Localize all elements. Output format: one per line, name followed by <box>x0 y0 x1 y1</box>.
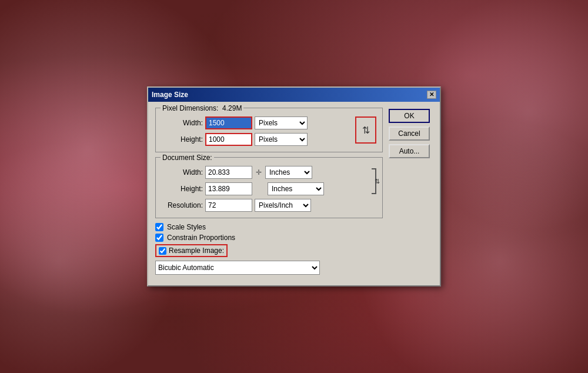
height-row: Height: Pixels Percent <box>162 133 352 146</box>
resample-image-checkbox[interactable] <box>159 247 166 255</box>
pixel-dimensions-section: Pixel Dimensions: 4.29M Width: <box>155 108 383 152</box>
document-size-section: Document Size: Width: ✛ Inches cm <box>155 157 383 218</box>
width-row: Width: Pixels Percent <box>162 116 352 129</box>
resample-method-select[interactable]: Bicubic Automatic Bicubic Smoother Bicub… <box>155 261 320 275</box>
dialog-right-panel: OK Cancel Auto... <box>389 108 433 278</box>
ok-button[interactable]: OK <box>389 109 430 123</box>
scale-styles-label: Scale Styles <box>167 223 206 231</box>
resolution-input[interactable] <box>205 199 252 212</box>
constrain-proportions-checkbox[interactable] <box>155 234 163 242</box>
link-chain-icon: ⇅ <box>362 125 370 136</box>
document-size-legend: Document Size: <box>161 154 214 162</box>
dialog-titlebar: Image Size ✕ <box>148 88 440 102</box>
height-unit-select[interactable]: Pixels Percent <box>255 133 308 146</box>
doc-width-row: Width: ✛ Inches cm mm Points Picas Colum… <box>162 166 367 179</box>
resample-checkbox-group: Resample Image: <box>155 244 228 257</box>
dialog-title: Image Size <box>152 91 188 99</box>
scale-styles-row: Scale Styles <box>155 223 383 231</box>
close-button[interactable]: ✕ <box>427 91 436 99</box>
dialog-overlay: Image Size ✕ Pixel Dimensions: 4.29M <box>0 0 588 373</box>
doc-link-bracket-shape: ⇅ <box>372 168 376 194</box>
doc-fields-wrap: Width: ✛ Inches cm mm Points Picas Colum… <box>162 166 376 212</box>
resolution-row: Resolution: Pixels/Inch Pixels/cm <box>162 199 367 212</box>
cancel-button[interactable]: Cancel <box>389 126 430 141</box>
doc-link-chain-icon: ⇅ <box>375 178 380 185</box>
doc-link-bracket: ⇅ <box>369 168 376 194</box>
constrain-proportions-row: Constrain Proportions <box>155 234 383 242</box>
doc-height-input[interactable] <box>205 182 252 195</box>
resolution-label: Resolution: <box>162 201 203 209</box>
width-unit-select[interactable]: Pixels Percent <box>255 116 308 129</box>
constrain-proportions-label: Constrain Proportions <box>167 234 235 242</box>
pixel-dim-fields: Width: Pixels Percent Height: <box>162 116 352 146</box>
height-input[interactable] <box>205 133 252 146</box>
pixel-dimensions-legend: Pixel Dimensions: 4.29M <box>161 104 243 112</box>
doc-fields-inner: Width: ✛ Inches cm mm Points Picas Colum… <box>162 166 367 212</box>
pixel-dim-row: Width: Pixels Percent Height: <box>162 116 376 146</box>
doc-height-label: Height: <box>162 185 203 193</box>
doc-width-input[interactable] <box>205 166 252 179</box>
scale-styles-checkbox[interactable] <box>155 223 163 231</box>
checkboxes-section: Scale Styles Constrain Proportions Resam… <box>155 223 383 275</box>
auto-button[interactable]: Auto... <box>389 144 430 158</box>
doc-width-unit-select[interactable]: Inches cm mm Points Picas Columns <box>265 166 312 179</box>
width-input[interactable] <box>205 116 252 129</box>
pixel-link-icon[interactable]: ⇅ <box>355 116 376 144</box>
resample-image-row: Resample Image: <box>155 244 383 257</box>
resolution-unit-select[interactable]: Pixels/Inch Pixels/cm <box>255 199 311 212</box>
doc-width-label: Width: <box>162 168 203 176</box>
width-label: Width: <box>162 119 203 127</box>
height-label: Height: <box>162 135 203 144</box>
resample-image-label: Resample Image: <box>169 247 224 255</box>
doc-height-unit-select[interactable]: Inches cm mm <box>268 182 324 195</box>
dialog-left-panel: Pixel Dimensions: 4.29M Width: <box>155 108 383 278</box>
doc-height-row: Height: Inches cm mm <box>162 182 367 195</box>
image-size-dialog: Image Size ✕ Pixel Dimensions: 4.29M <box>147 86 441 287</box>
crosshair-icon: ✛ <box>256 168 262 176</box>
resample-method-row: Bicubic Automatic Bicubic Smoother Bicub… <box>155 261 383 275</box>
dialog-body: Pixel Dimensions: 4.29M Width: <box>148 102 440 285</box>
